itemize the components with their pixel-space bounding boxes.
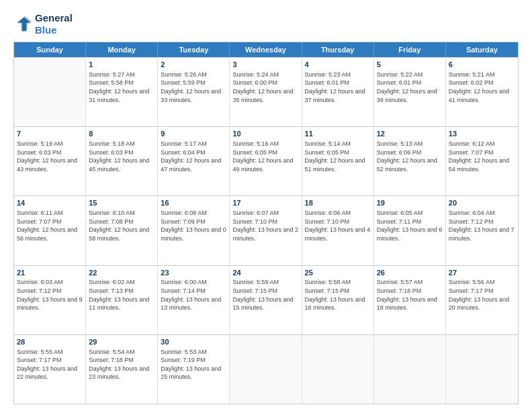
sun-info: Sunrise: 5:26 AMSunset: 5:59 PMDaylight:… — [161, 71, 226, 104]
day-number: 2 — [161, 60, 226, 70]
day-number: 15 — [89, 198, 154, 208]
sun-info: Sunrise: 5:16 AMSunset: 6:05 PMDaylight:… — [232, 140, 298, 173]
cal-cell-3: 3Sunrise: 5:24 AMSunset: 6:00 PMDaylight… — [230, 58, 302, 126]
cal-cell-4: 4Sunrise: 5:23 AMSunset: 6:01 PMDaylight… — [302, 58, 374, 126]
day-number: 22 — [89, 268, 154, 278]
cal-header-day-wednesday: Wednesday — [230, 42, 302, 57]
sun-info: Sunrise: 6:07 AMSunset: 7:10 PMDaylight:… — [232, 209, 298, 242]
sun-info: Sunrise: 6:08 AMSunset: 7:09 PMDaylight:… — [161, 209, 226, 242]
cal-header-day-saturday: Saturday — [446, 42, 518, 57]
cal-cell-empty-4-6 — [446, 335, 518, 404]
sun-info: Sunrise: 5:56 AMSunset: 7:17 PMDaylight:… — [449, 278, 515, 312]
calendar-header: SundayMondayTuesdayWednesdayThursdayFrid… — [14, 42, 518, 57]
sun-info: Sunrise: 5:58 AMSunset: 7:15 PMDaylight:… — [305, 278, 371, 312]
day-number: 4 — [305, 60, 371, 70]
day-number: 18 — [305, 198, 371, 208]
day-number: 11 — [305, 129, 371, 139]
cal-cell-19: 19Sunrise: 6:05 AMSunset: 7:11 PMDayligh… — [374, 196, 446, 265]
day-number: 6 — [449, 60, 515, 70]
cal-cell-10: 10Sunrise: 5:16 AMSunset: 6:05 PMDayligh… — [230, 127, 302, 195]
cal-cell-8: 8Sunrise: 5:18 AMSunset: 6:03 PMDaylight… — [86, 127, 158, 195]
day-number: 9 — [161, 129, 226, 139]
cal-week-4: 21Sunrise: 6:03 AMSunset: 7:12 PMDayligh… — [14, 265, 518, 334]
sun-info: Sunrise: 6:04 AMSunset: 7:12 PMDaylight:… — [449, 209, 515, 242]
sun-info: Sunrise: 5:19 AMSunset: 6:03 PMDaylight:… — [17, 140, 83, 173]
cal-cell-6: 6Sunrise: 5:21 AMSunset: 6:02 PMDaylight… — [446, 58, 518, 126]
cal-cell-23: 23Sunrise: 6:00 AMSunset: 7:14 PMDayligh… — [158, 266, 230, 334]
day-number: 19 — [377, 198, 443, 208]
sun-info: Sunrise: 6:11 AMSunset: 7:07 PMDaylight:… — [17, 209, 83, 242]
sun-info: Sunrise: 5:14 AMSunset: 6:05 PMDaylight:… — [305, 140, 371, 173]
day-number: 16 — [161, 198, 226, 208]
day-number: 21 — [17, 268, 83, 278]
sun-info: Sunrise: 6:03 AMSunset: 7:12 PMDaylight:… — [17, 278, 83, 312]
logo-text: General Blue — [35, 12, 73, 36]
cal-week-3: 14Sunrise: 6:11 AMSunset: 7:07 PMDayligh… — [14, 195, 518, 265]
sun-info: Sunrise: 6:10 AMSunset: 7:08 PMDaylight:… — [89, 209, 154, 242]
cal-header-day-tuesday: Tuesday — [158, 42, 230, 57]
cal-cell-1: 1Sunrise: 5:27 AMSunset: 5:58 PMDaylight… — [86, 58, 158, 126]
cal-cell-21: 21Sunrise: 6:03 AMSunset: 7:12 PMDayligh… — [14, 266, 86, 334]
cal-cell-16: 16Sunrise: 6:08 AMSunset: 7:09 PMDayligh… — [158, 196, 230, 265]
day-number: 27 — [449, 268, 515, 278]
page: General Blue SundayMondayTuesdayWednesda… — [0, 0, 532, 411]
cal-header-day-friday: Friday — [374, 42, 446, 57]
day-number: 12 — [377, 129, 443, 139]
day-number: 17 — [232, 198, 298, 208]
day-number: 24 — [232, 268, 298, 278]
day-number: 29 — [89, 337, 154, 347]
sun-info: Sunrise: 5:55 AMSunset: 7:17 PMDaylight:… — [17, 348, 83, 381]
day-number: 20 — [449, 198, 515, 208]
sun-info: Sunrise: 5:54 AMSunset: 7:18 PMDaylight:… — [89, 348, 154, 381]
day-number: 8 — [89, 129, 154, 139]
sun-info: Sunrise: 6:12 AMSunset: 7:07 PMDaylight:… — [449, 140, 515, 173]
sun-info: Sunrise: 6:06 AMSunset: 7:10 PMDaylight:… — [305, 209, 371, 242]
cal-cell-29: 29Sunrise: 5:54 AMSunset: 7:18 PMDayligh… — [86, 335, 158, 404]
day-number: 14 — [17, 198, 83, 208]
calendar-body: 1Sunrise: 5:27 AMSunset: 5:58 PMDaylight… — [14, 57, 518, 404]
cal-cell-15: 15Sunrise: 6:10 AMSunset: 7:08 PMDayligh… — [86, 196, 158, 265]
calendar: SundayMondayTuesdayWednesdayThursdayFrid… — [13, 42, 519, 404]
day-number: 7 — [17, 129, 83, 139]
cal-cell-12: 12Sunrise: 5:13 AMSunset: 6:06 PMDayligh… — [374, 127, 446, 195]
day-number: 5 — [377, 60, 443, 70]
sun-info: Sunrise: 5:59 AMSunset: 7:15 PMDaylight:… — [232, 278, 298, 312]
sun-info: Sunrise: 5:13 AMSunset: 6:06 PMDaylight:… — [377, 140, 443, 173]
cal-cell-17: 17Sunrise: 6:07 AMSunset: 7:10 PMDayligh… — [230, 196, 302, 265]
sun-info: Sunrise: 5:23 AMSunset: 6:01 PMDaylight:… — [305, 71, 371, 104]
cal-cell-27: 27Sunrise: 5:56 AMSunset: 7:17 PMDayligh… — [446, 266, 518, 334]
sun-info: Sunrise: 5:21 AMSunset: 6:02 PMDaylight:… — [449, 71, 515, 104]
cal-cell-5: 5Sunrise: 5:22 AMSunset: 6:01 PMDaylight… — [374, 58, 446, 126]
cal-header-day-sunday: Sunday — [14, 42, 86, 57]
sun-info: Sunrise: 6:05 AMSunset: 7:11 PMDaylight:… — [377, 209, 443, 242]
cal-cell-18: 18Sunrise: 6:06 AMSunset: 7:10 PMDayligh… — [302, 196, 374, 265]
cal-cell-25: 25Sunrise: 5:58 AMSunset: 7:15 PMDayligh… — [302, 266, 374, 334]
cal-header-day-monday: Monday — [86, 42, 158, 57]
day-number: 23 — [161, 268, 226, 278]
day-number: 25 — [305, 268, 371, 278]
cal-cell-28: 28Sunrise: 5:55 AMSunset: 7:17 PMDayligh… — [14, 335, 86, 404]
cal-week-1: 1Sunrise: 5:27 AMSunset: 5:58 PMDaylight… — [14, 57, 518, 126]
cal-cell-22: 22Sunrise: 6:02 AMSunset: 7:13 PMDayligh… — [86, 266, 158, 334]
day-number: 30 — [161, 337, 226, 347]
sun-info: Sunrise: 5:53 AMSunset: 7:19 PMDaylight:… — [161, 348, 226, 381]
cal-cell-30: 30Sunrise: 5:53 AMSunset: 7:19 PMDayligh… — [158, 335, 230, 404]
day-number: 26 — [377, 268, 443, 278]
cal-cell-26: 26Sunrise: 5:57 AMSunset: 7:16 PMDayligh… — [374, 266, 446, 334]
logo-icon — [13, 15, 32, 34]
sun-info: Sunrise: 6:00 AMSunset: 7:14 PMDaylight:… — [161, 278, 226, 312]
cal-cell-20: 20Sunrise: 6:04 AMSunset: 7:12 PMDayligh… — [446, 196, 518, 265]
sun-info: Sunrise: 5:57 AMSunset: 7:16 PMDaylight:… — [377, 278, 443, 312]
header: General Blue — [13, 12, 519, 36]
cal-cell-13: 13Sunrise: 6:12 AMSunset: 7:07 PMDayligh… — [446, 127, 518, 195]
cal-cell-14: 14Sunrise: 6:11 AMSunset: 7:07 PMDayligh… — [14, 196, 86, 265]
cal-cell-24: 24Sunrise: 5:59 AMSunset: 7:15 PMDayligh… — [230, 266, 302, 334]
sun-info: Sunrise: 6:02 AMSunset: 7:13 PMDaylight:… — [89, 278, 154, 312]
day-number: 3 — [232, 60, 298, 70]
cal-cell-empty-0-0 — [14, 58, 86, 126]
cal-cell-9: 9Sunrise: 5:17 AMSunset: 6:04 PMDaylight… — [158, 127, 230, 195]
cal-week-5: 28Sunrise: 5:55 AMSunset: 7:17 PMDayligh… — [14, 334, 518, 404]
sun-info: Sunrise: 5:18 AMSunset: 6:03 PMDaylight:… — [89, 140, 154, 173]
day-number: 13 — [449, 129, 515, 139]
cal-week-2: 7Sunrise: 5:19 AMSunset: 6:03 PMDaylight… — [14, 126, 518, 195]
